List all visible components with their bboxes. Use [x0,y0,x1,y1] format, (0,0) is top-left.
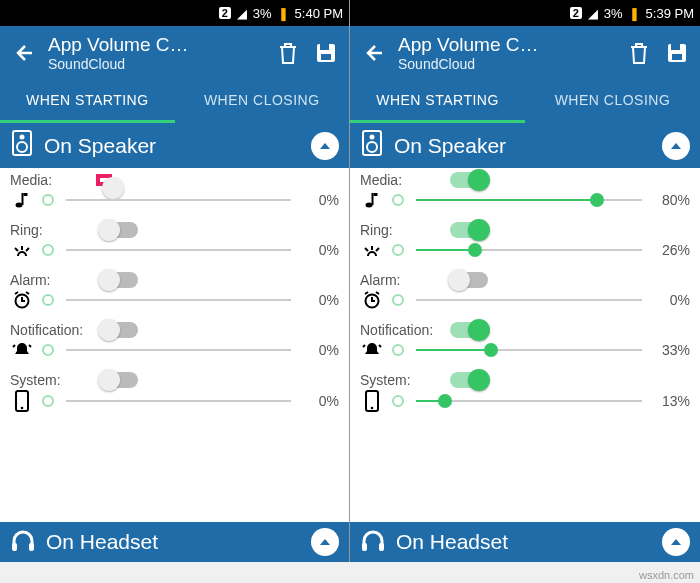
slider-min-icon [392,395,404,407]
volume-slider[interactable] [66,340,291,360]
volume-slider[interactable] [66,190,291,210]
svg-rect-24 [362,543,367,551]
volume-toggle[interactable] [100,272,138,288]
volume-row: Notification: 33% [350,318,700,368]
tab-bar: WHEN STARTING WHEN CLOSING [350,80,700,123]
volume-toggle[interactable] [450,372,488,388]
tab-bar: WHEN STARTING WHEN CLOSING [0,80,349,123]
svg-point-4 [20,135,25,140]
volume-row: Media: 0% [0,168,349,218]
save-button[interactable] [313,40,339,66]
save-button[interactable] [664,40,690,66]
volume-percent: 26% [650,242,690,258]
volume-row: System: 0% [0,368,349,420]
sim-indicator: 2 [219,7,231,19]
volume-label: Media: [10,172,90,188]
svg-rect-11 [12,543,17,551]
volume-toggle[interactable] [100,322,138,338]
tab-when-starting[interactable]: WHEN STARTING [350,80,525,123]
volume-row: Media: 80% [350,168,700,218]
volume-toggle[interactable] [100,372,138,388]
app-subtitle: SoundCloud [398,56,614,72]
section-headset-label: On Headset [46,530,158,554]
collapse-icon[interactable] [311,132,339,160]
battery-pct: 3% [253,6,272,21]
volume-label: Alarm: [360,272,440,288]
svg-rect-20 [372,193,374,205]
headset-icon [10,529,36,556]
bell-icon [360,340,384,360]
app-bar: App Volume C… SoundCloud [350,26,700,80]
slider-min-icon [42,395,54,407]
status-time: 5:40 PM [295,6,343,21]
volume-slider[interactable] [416,391,642,411]
svg-point-17 [370,135,375,140]
tab-when-closing[interactable]: WHEN CLOSING [525,80,700,123]
section-speaker-label: On Speaker [394,134,506,158]
bell-icon [10,340,34,360]
slider-min-icon [42,244,54,256]
svg-rect-2 [321,54,331,60]
volume-label: System: [10,372,90,388]
svg-point-5 [17,142,27,152]
volume-slider[interactable] [416,340,642,360]
app-title: App Volume C… [48,34,263,56]
volume-slider[interactable] [66,391,291,411]
slider-min-icon [392,244,404,256]
delete-button[interactable] [275,40,301,66]
volume-label: System: [360,372,440,388]
volume-toggle[interactable] [450,172,488,188]
volume-percent: 0% [650,292,690,308]
battery-warn-icon: ❚ [629,6,640,21]
volume-percent: 0% [299,192,339,208]
volume-row: Ring: 0% [0,218,349,268]
volume-toggle[interactable] [450,272,488,288]
svg-point-23 [371,407,374,410]
volume-slider[interactable] [66,240,291,260]
volume-label: Ring: [10,222,90,238]
alarm-icon [10,290,34,310]
volume-label: Media: [360,172,440,188]
volume-toggle[interactable] [450,322,488,338]
volume-percent: 0% [299,393,339,409]
section-on-speaker[interactable]: On Speaker [350,123,700,168]
sim-indicator: 2 [570,7,582,19]
volume-row: Ring: 26% [350,218,700,268]
collapse-icon[interactable] [662,132,690,160]
app-title: App Volume C… [398,34,614,56]
tab-when-closing[interactable]: WHEN CLOSING [175,80,350,123]
volume-toggle[interactable] [100,222,138,238]
slider-min-icon [392,194,404,206]
svg-point-10 [21,407,24,410]
battery-pct: 3% [604,6,623,21]
volume-slider[interactable] [416,240,642,260]
section-on-speaker[interactable]: On Speaker [0,123,349,168]
volume-label: Ring: [360,222,440,238]
delete-button[interactable] [626,40,652,66]
volume-toggle[interactable] [450,222,488,238]
expand-icon[interactable] [662,528,690,556]
ring-icon [10,242,34,258]
volume-percent: 0% [299,242,339,258]
expand-icon[interactable] [311,528,339,556]
volume-slider[interactable] [416,190,642,210]
volume-slider[interactable] [416,290,642,310]
volume-list: Media: 0% Ring: 0% [0,168,349,522]
headset-icon [360,529,386,556]
volume-row: Notification: 0% [0,318,349,368]
back-button[interactable] [10,40,36,66]
svg-point-6 [16,203,23,208]
svg-rect-25 [379,543,384,551]
slider-min-icon [392,344,404,356]
music-icon [10,191,34,209]
section-on-headset[interactable]: On Headset [350,522,700,562]
volume-slider[interactable] [66,290,291,310]
slider-min-icon [42,194,54,206]
section-on-headset[interactable]: On Headset [0,522,349,562]
back-button[interactable] [360,40,386,66]
tab-when-starting[interactable]: WHEN STARTING [0,80,175,123]
app-subtitle: SoundCloud [48,56,263,72]
signal-icon: ◢ [588,6,598,21]
volume-label: Notification: [360,322,440,338]
speaker-icon [10,129,34,162]
